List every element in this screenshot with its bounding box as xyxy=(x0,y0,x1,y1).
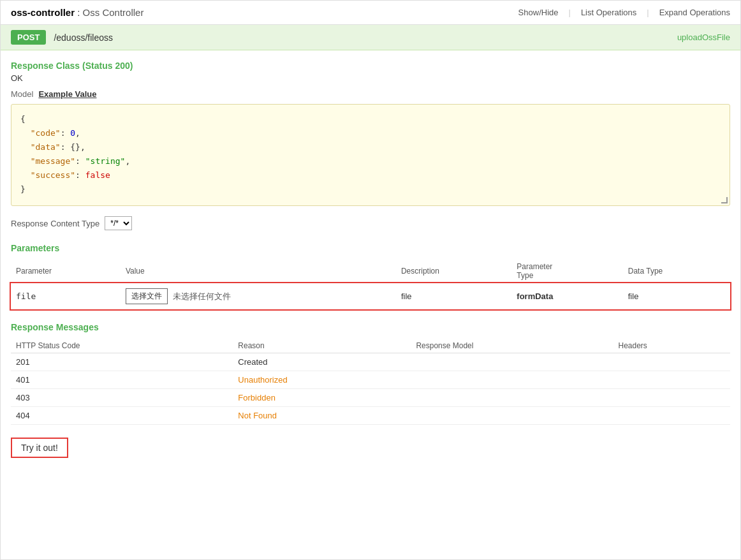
params-table-header: Parameter Value Description ParameterTyp… xyxy=(11,260,730,283)
reason-cell: Unauthorized xyxy=(233,371,411,389)
code-line-5: "success": false xyxy=(20,168,721,182)
model-tab[interactable]: Model xyxy=(11,89,33,99)
header-actions: Show/Hide | List Operations | Expand Ope… xyxy=(518,8,730,17)
col-http-status: HTTP Status Code xyxy=(11,339,233,353)
col-value: Value xyxy=(121,260,396,283)
param-data-type-cell: file xyxy=(623,283,730,310)
code-block: { "code": 0, "data": {}, "message": "str… xyxy=(11,104,730,206)
resize-handle[interactable] xyxy=(721,197,728,203)
response-model-cell xyxy=(411,353,613,371)
status-code-cell: 403 xyxy=(11,389,233,407)
endpoint-operation-id: uploadOssFile xyxy=(677,33,730,42)
response-class-title: Response Class (Status 200) xyxy=(11,61,730,71)
col-description: Description xyxy=(396,260,511,283)
status-code-cell: 401 xyxy=(11,371,233,389)
table-row: 201 Created xyxy=(11,353,730,371)
content-type-select[interactable]: */* xyxy=(105,216,132,230)
no-file-text: 未选择任何文件 xyxy=(173,291,231,302)
reason-cell: Forbidden xyxy=(233,389,411,407)
table-row: file 选择文件 未选择任何文件 file formData file xyxy=(11,283,730,310)
col-parameter-type: ParameterType xyxy=(511,260,622,283)
expand-operations-link[interactable]: Expand Operations xyxy=(659,8,730,17)
code-line-6: } xyxy=(20,182,721,196)
param-name-cell: file xyxy=(11,283,121,310)
code-line-1: { xyxy=(20,112,721,126)
status-code-cell: 404 xyxy=(11,407,233,425)
headers-cell xyxy=(613,389,731,407)
model-tabs: Model Example Value xyxy=(11,89,730,99)
reason-cell: Created xyxy=(233,353,411,371)
controller-title: oss-controller : Oss Controller xyxy=(11,7,143,18)
col-parameter: Parameter xyxy=(11,260,121,283)
example-value-tab[interactable]: Example Value xyxy=(38,89,96,99)
main-content: Response Class (Status 200) OK Model Exa… xyxy=(1,50,740,468)
param-type-cell: formData xyxy=(511,283,622,310)
col-headers: Headers xyxy=(613,339,731,353)
response-model-cell xyxy=(411,389,613,407)
code-line-4: "message": "string", xyxy=(20,154,721,168)
headers-cell xyxy=(613,353,731,371)
file-input-row: 选择文件 未选择任何文件 xyxy=(126,288,391,304)
endpoint-row: POST /eduoss/fileoss uploadOssFile xyxy=(1,25,740,50)
col-response-model: Response Model xyxy=(411,339,613,353)
controller-name-bold: oss-controller xyxy=(11,7,75,18)
param-description-cell: file xyxy=(396,283,511,310)
try-it-out-button[interactable]: Try it out! xyxy=(11,438,68,458)
table-row: 403 Forbidden xyxy=(11,389,730,407)
response-messages-table: HTTP Status Code Reason Response Model H… xyxy=(11,339,730,425)
endpoint-left: POST /eduoss/fileoss xyxy=(11,30,113,45)
param-type-value: formData xyxy=(517,291,553,301)
response-class-ok: OK xyxy=(11,73,730,83)
show-hide-link[interactable]: Show/Hide xyxy=(518,8,559,17)
list-operations-link[interactable]: List Operations xyxy=(581,8,636,17)
response-table-body: 201 Created 401 Unauthorized 403 Forbidd… xyxy=(11,353,730,425)
response-content-type-row: Response Content Type */* xyxy=(11,216,730,230)
code-line-3: "data": {}, xyxy=(20,140,721,154)
col-reason: Reason xyxy=(233,339,411,353)
response-model-cell xyxy=(411,371,613,389)
response-messages-section: Response Messages HTTP Status Code Reaso… xyxy=(11,322,730,425)
choose-file-button[interactable]: 选择文件 xyxy=(126,288,168,304)
status-code-cell: 201 xyxy=(11,353,233,371)
parameters-section-title: Parameters xyxy=(11,243,730,253)
controller-separator: : xyxy=(75,7,83,18)
headers-cell xyxy=(613,407,731,425)
controller-subtitle: Oss Controller xyxy=(83,7,144,18)
endpoint-path: /eduoss/fileoss xyxy=(54,33,113,43)
reason-cell: Not Found xyxy=(233,407,411,425)
param-value-cell: 选择文件 未选择任何文件 xyxy=(121,283,396,310)
table-row: 401 Unauthorized xyxy=(11,371,730,389)
response-model-cell xyxy=(411,407,613,425)
headers-cell xyxy=(613,371,731,389)
col-data-type: Data Type xyxy=(623,260,730,283)
parameters-table: Parameter Value Description ParameterTyp… xyxy=(11,260,730,309)
method-badge: POST xyxy=(11,30,46,45)
response-messages-title: Response Messages xyxy=(11,322,730,332)
controller-header: oss-controller : Oss Controller Show/Hid… xyxy=(1,1,740,25)
response-table-header: HTTP Status Code Reason Response Model H… xyxy=(11,339,730,353)
table-row: 404 Not Found xyxy=(11,407,730,425)
code-line-2: "code": 0, xyxy=(20,126,721,140)
param-name: file xyxy=(16,291,36,301)
content-type-label: Response Content Type xyxy=(11,219,99,228)
